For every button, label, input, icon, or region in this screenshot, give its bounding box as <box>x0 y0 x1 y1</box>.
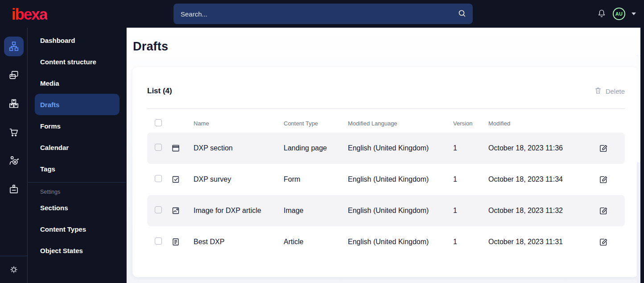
landing-page-icon <box>169 144 192 153</box>
sidebar-item-tags[interactable]: Tags <box>35 158 120 179</box>
sidebar-item-label: Forms <box>40 122 61 130</box>
search-icon <box>458 9 466 19</box>
row-language: English (United Kingdom) <box>346 144 451 152</box>
edit-button[interactable] <box>598 205 609 216</box>
avatar[interactable]: AU <box>613 8 625 20</box>
settings-section-label: Settings <box>28 183 126 197</box>
gear-icon <box>8 264 19 275</box>
row-name: Image for DXP article <box>192 207 282 215</box>
cart-icon <box>8 126 20 138</box>
row-name: Best DXP <box>192 238 282 246</box>
drafts-card: List (4) Delete Name Content Type Modifi… <box>132 67 638 277</box>
article-icon <box>169 237 192 246</box>
sidebar-item-label: Object States <box>40 247 83 254</box>
table-body: DXP section Landing page English (United… <box>147 133 625 258</box>
edit-button[interactable] <box>598 143 609 154</box>
sidebar-item-calendar[interactable]: Calendar <box>35 137 120 158</box>
table-row[interactable]: Best DXP Article English (United Kingdom… <box>147 226 625 258</box>
col-header-version: Version <box>451 120 487 127</box>
scrollbar[interactable] <box>637 55 640 283</box>
bell-icon <box>597 8 607 20</box>
rail-item-commerce[interactable] <box>4 122 24 142</box>
sidebar-item-label: Drafts <box>40 101 59 108</box>
search-button[interactable] <box>451 9 473 19</box>
sidebar-item-label: Media <box>40 79 59 87</box>
notifications-button[interactable] <box>597 8 607 20</box>
main-menu: DashboardContent structureMediaDraftsFor… <box>28 29 126 179</box>
row-version: 1 <box>451 238 487 246</box>
row-checkbox[interactable] <box>155 206 162 213</box>
table-row[interactable]: DXP section Landing page English (United… <box>147 133 625 164</box>
row-checkbox[interactable] <box>155 175 162 182</box>
sidebar-item-media[interactable]: Media <box>35 72 120 94</box>
row-language: English (United Kingdom) <box>346 175 451 183</box>
sidebar-item-content-types[interactable]: Content Types <box>35 218 120 240</box>
page-title: Drafts <box>133 40 168 54</box>
sidebar-menu: DashboardContent structureMediaDraftsFor… <box>28 28 127 283</box>
sidebar-item-label: Dashboard <box>40 37 75 44</box>
sidebar-item-sections[interactable]: Sections <box>35 197 120 218</box>
rail-item-content[interactable] <box>4 37 24 56</box>
rail-item-personalization[interactable] <box>4 151 24 171</box>
list-title: List (4) <box>147 87 172 96</box>
pages-icon <box>8 69 20 81</box>
icon-rail <box>0 28 28 283</box>
row-modified: October 18, 2023 11:36 <box>487 144 596 152</box>
row-version: 1 <box>451 207 487 215</box>
delete-button-label: Delete <box>606 87 625 95</box>
delete-button[interactable]: Delete <box>594 87 625 96</box>
rail-item-pages[interactable] <box>4 65 24 85</box>
row-content-type: Landing page <box>282 144 346 152</box>
ibexa-logo[interactable]: ibexa <box>12 6 47 22</box>
trash-icon <box>594 87 602 96</box>
row-name: DXP section <box>192 144 282 152</box>
badge-icon <box>8 183 20 195</box>
row-content-type: Article <box>282 238 346 246</box>
chevron-down-icon[interactable] <box>632 12 636 15</box>
edit-button[interactable] <box>598 237 609 248</box>
col-header-modified: Modified <box>487 120 596 127</box>
sitemap-icon <box>8 41 20 52</box>
sidebar-item-content-structure[interactable]: Content structure <box>35 51 120 72</box>
sidebar-item-label: Content Types <box>40 225 86 233</box>
table-row[interactable]: DXP survey Form English (United Kingdom)… <box>147 164 625 195</box>
main-content: Drafts List (4) Delete Name Content Type… <box>127 28 640 283</box>
row-content-type: Image <box>282 207 346 215</box>
table-top-divider <box>147 108 625 109</box>
form-icon <box>169 175 192 184</box>
row-version: 1 <box>451 144 487 152</box>
sidebar-item-label: Tags <box>40 165 55 173</box>
rail-item-settings[interactable] <box>0 256 28 283</box>
row-modified: October 18, 2023 11:31 <box>487 238 596 246</box>
sidebar-item-object-states[interactable]: Object States <box>35 240 120 261</box>
sidebar-item-dashboard[interactable]: Dashboard <box>35 29 120 51</box>
personalization-icon <box>8 155 20 166</box>
sidebar-item-drafts[interactable]: Drafts <box>35 94 120 115</box>
row-checkbox[interactable] <box>155 144 162 151</box>
settings-menu: SectionsContent TypesObject States <box>28 197 126 261</box>
search-input[interactable] <box>173 10 451 18</box>
col-header-modified-language: Modified Language <box>346 120 451 127</box>
rail-item-products[interactable] <box>4 94 24 113</box>
sidebar-item-label: Calendar <box>40 144 69 151</box>
sidebar-item-forms[interactable]: Forms <box>35 115 120 137</box>
row-language: English (United Kingdom) <box>346 238 451 246</box>
row-name: DXP survey <box>192 175 282 183</box>
table-header: Name Content Type Modified Language Vers… <box>147 114 625 133</box>
row-checkbox[interactable] <box>155 237 162 245</box>
row-modified: October 18, 2023 11:32 <box>487 207 596 215</box>
row-content-type: Form <box>282 175 346 183</box>
col-header-name: Name <box>192 120 282 127</box>
sidebar-item-label: Content structure <box>40 58 96 66</box>
row-version: 1 <box>451 175 487 183</box>
select-all-checkbox[interactable] <box>155 119 162 126</box>
col-header-content-type: Content Type <box>282 120 346 127</box>
edit-button[interactable] <box>598 174 609 185</box>
products-icon <box>8 98 20 109</box>
global-search <box>173 4 473 24</box>
topbar: ibexa AU <box>0 0 644 28</box>
scrollbar-thumb[interactable] <box>637 55 640 162</box>
table-row[interactable]: Image for DXP article Image English (Uni… <box>147 195 625 226</box>
rail-item-admin[interactable] <box>4 179 24 199</box>
row-language: English (United Kingdom) <box>346 207 451 215</box>
